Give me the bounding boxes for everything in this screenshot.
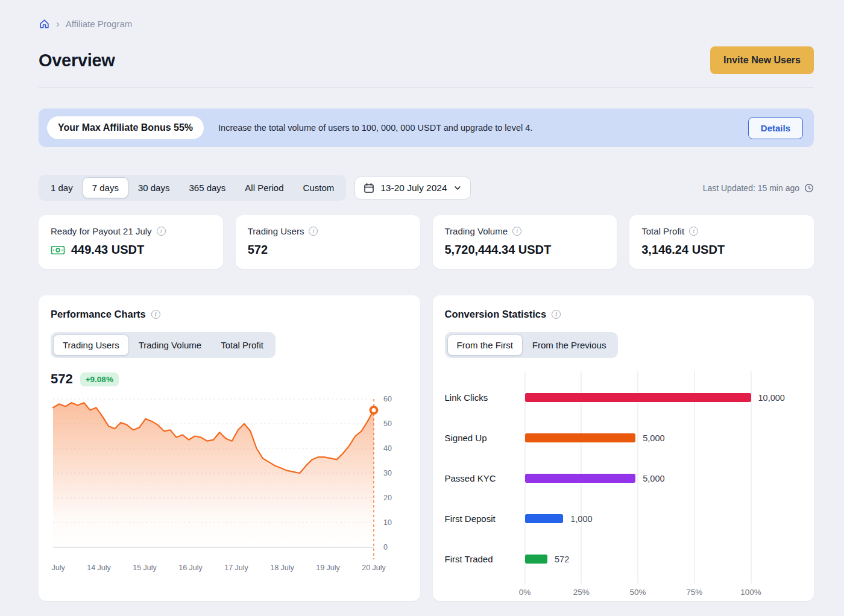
conversion-title-text: Conversion Statistics — [445, 309, 547, 320]
conversion-row-label: Signed Up — [445, 433, 525, 443]
stat-value-text: 572 — [248, 243, 268, 257]
stat-value: 3,146.24 USDT — [641, 243, 802, 257]
svg-text:19 July: 19 July — [316, 564, 340, 572]
info-icon[interactable]: i — [689, 227, 698, 236]
banknote-icon — [51, 244, 65, 256]
info-icon[interactable]: i — [552, 310, 561, 319]
page: › Affiliate Program Overview Invite New … — [0, 0, 844, 616]
stat-label-text: Total Profit — [641, 226, 684, 236]
conversion-bar — [525, 474, 636, 483]
svg-text:40: 40 — [383, 444, 392, 453]
conversion-bar-track: 5,000 — [525, 474, 751, 483]
charts-row: Performance Charts i Trading Users Tradi… — [39, 295, 814, 601]
tab-total-profit[interactable]: Total Profit — [211, 335, 273, 356]
bonus-pill: Your Max Affiliate Bonus 55% — [47, 116, 204, 139]
page-header: Overview Invite New Users — [39, 46, 814, 74]
tab-30-days[interactable]: 30 days — [128, 177, 180, 198]
performance-card-title: Performance Charts i — [51, 309, 408, 320]
affiliate-bonus-banner: Your Max Affiliate Bonus 55% Increase th… — [39, 108, 814, 147]
stat-value-text: 3,146.24 USDT — [641, 243, 725, 257]
tab-from-the-first[interactable]: From the First — [447, 335, 523, 356]
conversion-bar — [525, 433, 636, 442]
bonus-description: Increase the total volume of users to 10… — [218, 123, 734, 133]
stat-value: 5,720,444.34 USDT — [445, 243, 605, 257]
stat-label-text: Trading Users — [248, 226, 304, 236]
conversion-statistics-card: Conversion Statistics i From the First F… — [433, 295, 814, 601]
conversion-bar — [525, 514, 564, 523]
info-icon[interactable]: i — [151, 310, 160, 319]
stat-label: Trading Users i — [248, 226, 408, 236]
stat-card-ready-for-payout: Ready for Payout 21 July i 449.43 USDT — [39, 215, 223, 269]
tab-all-period[interactable]: All Period — [235, 177, 293, 198]
stat-value-text: 449.43 USDT — [71, 243, 144, 257]
stat-label-text: Trading Volume — [445, 226, 508, 236]
conversion-bar-track: 1,000 — [525, 514, 751, 523]
conversion-x-axis: 0% 25% 50% 75% 100% — [525, 588, 751, 601]
conversion-bar-value: 572 — [555, 555, 569, 564]
conversion-bar-chart: Link Clicks 10,000 Signed Up 5,000 — [445, 377, 802, 601]
svg-text:15 July: 15 July — [133, 564, 157, 572]
stat-value: 449.43 USDT — [51, 243, 211, 257]
tab-1-day[interactable]: 1 day — [41, 177, 83, 198]
stat-label: Ready for Payout 21 July i — [51, 226, 211, 236]
conversion-row-first-traded: First Traded 572 — [445, 539, 802, 579]
tab-trading-volume[interactable]: Trading Volume — [129, 335, 212, 356]
stat-card-trading-volume: Trading Volume i 5,720,444.34 USDT — [433, 215, 617, 269]
info-icon[interactable]: i — [512, 227, 521, 236]
svg-text:17 July: 17 July — [224, 564, 248, 572]
svg-text:60: 60 — [383, 395, 392, 403]
performance-current-value: 572 — [51, 371, 73, 387]
clock-icon — [804, 183, 814, 193]
conversion-card-title: Conversion Statistics i — [445, 309, 802, 320]
stat-card-trading-users: Trading Users i 572 — [236, 215, 420, 269]
conversion-bar-track: 572 — [525, 555, 751, 564]
axis-tick: 50% — [629, 588, 646, 597]
conversion-bar-track: 5,000 — [525, 433, 751, 442]
info-icon[interactable]: i — [309, 227, 318, 236]
filter-row: 1 day 7 days 30 days 365 days All Period… — [39, 175, 814, 201]
last-updated-text: Last Updated: 15 min ago — [703, 183, 799, 193]
tab-custom[interactable]: Custom — [294, 177, 344, 198]
stat-cards: Ready for Payout 21 July i 449.43 USDT T… — [39, 215, 814, 269]
breadcrumb-current: Affiliate Program — [66, 19, 133, 29]
conversion-bar-value: 5,000 — [643, 433, 664, 443]
stat-label: Total Profit i — [641, 226, 802, 236]
breadcrumb: › Affiliate Program — [39, 18, 814, 30]
svg-text:0: 0 — [383, 543, 388, 552]
stat-label: Trading Volume i — [445, 226, 605, 236]
svg-text:50: 50 — [383, 420, 392, 428]
conversion-row-first-deposit: First Deposit 1,000 — [445, 498, 802, 539]
stat-card-total-profit: Total Profit i 3,146.24 USDT — [629, 215, 814, 269]
tab-365-days[interactable]: 365 days — [179, 177, 235, 198]
header-divider — [39, 87, 814, 88]
performance-line-chart: 010203040506013 July14 July15 July16 Jul… — [51, 389, 408, 577]
tab-7-days[interactable]: 7 days — [83, 177, 128, 198]
conversion-row-label: Passed KYC — [445, 473, 525, 483]
invite-new-users-button[interactable]: Invite New Users — [710, 46, 814, 74]
stat-value: 572 — [248, 243, 408, 257]
conversion-bar-value: 1,000 — [570, 514, 592, 524]
conversion-row-link-clicks: Link Clicks 10,000 — [445, 377, 802, 418]
conversion-bar-value: 5,000 — [643, 474, 664, 483]
axis-tick: 0% — [519, 588, 531, 597]
tab-trading-users[interactable]: Trading Users — [53, 335, 129, 356]
conversion-bar-value: 10,000 — [758, 393, 785, 403]
conversion-row-passed-kyc: Passed KYC 5,000 — [445, 458, 802, 498]
conversion-mode-tabs: From the First From the Previous — [445, 332, 619, 358]
axis-tick: 25% — [573, 588, 590, 597]
chevron-right-icon: › — [56, 19, 60, 29]
axis-tick: 100% — [740, 588, 761, 597]
details-button[interactable]: Details — [748, 117, 803, 139]
svg-text:14 July: 14 July — [87, 564, 111, 572]
tab-from-the-previous[interactable]: From the Previous — [523, 335, 616, 356]
performance-title-text: Performance Charts — [51, 309, 146, 320]
home-icon[interactable] — [39, 18, 50, 30]
axis-tick: 75% — [686, 588, 702, 597]
info-icon[interactable]: i — [157, 227, 166, 236]
conversion-row-label: First Traded — [445, 554, 525, 564]
performance-metric-tabs: Trading Users Trading Volume Total Profi… — [51, 332, 276, 358]
conversion-row-signed-up: Signed Up 5,000 — [445, 418, 802, 458]
date-picker-button[interactable]: 13-20 July 2024 — [354, 177, 470, 200]
page-title: Overview — [39, 51, 115, 71]
svg-text:10: 10 — [383, 518, 392, 527]
